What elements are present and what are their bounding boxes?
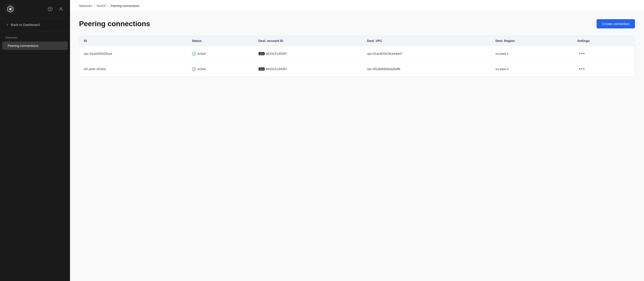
breadcrumb-current: Peering connections [111,4,139,8]
user-button[interactable] [57,5,64,13]
cell-id: vpc-01acb05429cee [79,46,188,61]
aws-logo-icon: aws [258,52,265,55]
sidebar-item-peering-connections[interactable]: Peering connections [2,41,68,50]
cell-settings[interactable]: ••• [573,61,635,77]
table-row: vpc-01acb05429cee Active aws 48151514939… [79,46,635,61]
breadcrumb-hvngf[interactable]: hvnGF [97,4,106,8]
settings-menu-button[interactable]: ••• [577,65,587,72]
breadcrumb: Networks / hvnGF / Peering connections [70,0,644,11]
breadcrumb-sep-2: / [108,4,109,8]
cell-settings[interactable]: ••• [573,46,635,61]
status-label: Active [197,52,206,55]
svg-point-7 [192,52,196,55]
cell-dest-region: us-east-1 [491,46,573,61]
account-id-value: 481515149397 [266,52,287,55]
col-dest-vpc: Dest. VPC [362,36,491,46]
active-status-icon [192,67,196,71]
settings-menu-button[interactable]: ••• [577,50,587,57]
aws-logo-icon: aws [258,67,265,71]
sidebar-icon-group: ? [46,5,64,13]
col-dest-account-id: Dest. account ID [254,36,363,46]
svg-point-6 [60,8,62,9]
cell-dest-account-id: aws 481515149397 [254,61,363,77]
cell-status: Active [188,46,254,61]
sidebar-header: ? [0,0,70,18]
breadcrumb-networks[interactable]: Networks [79,4,92,8]
page-content: Peering connections Create connection ID… [70,11,644,281]
help-button[interactable]: ? [46,5,54,13]
cell-status: Active [188,61,254,77]
status-label: Active [197,67,206,71]
cell-id: GF-peer-cli-test [79,61,188,77]
back-to-dashboard-link[interactable]: Back to Dashboard [0,18,70,31]
table: ID Status Dest. account ID Dest. VPC Des… [79,36,635,76]
table-row: GF-peer-cli-test Active aws 481515149397… [79,61,635,77]
create-connection-button[interactable]: Create connection [596,19,635,28]
cell-dest-account-id: aws 481515149397 [254,46,363,61]
back-to-dashboard-label: Back to Dashboard [11,23,40,27]
page-header: Peering connections Create connection [79,19,635,28]
page-title: Peering connections [79,20,150,28]
svg-text:?: ? [49,7,51,11]
sidebar-item-label: Peering connections [8,44,38,48]
cell-dest-region: us-east-2 [491,61,573,77]
peering-connections-table: ID Status Dest. account ID Dest. VPC Des… [79,36,635,77]
col-dest-region: Dest. Region [491,36,573,46]
sidebar-section-networks: Networks [0,31,70,41]
logo [6,4,15,14]
active-status-icon [192,52,196,56]
svg-point-8 [192,67,196,71]
cell-dest-vpc: vpc-01acb05429cee4a47 [362,46,491,61]
cell-dest-vpc: vpc-0f2afd6808ad2bdf8 [362,61,491,77]
col-status: Status [188,36,254,46]
account-id-value: 481515149397 [266,67,287,71]
breadcrumb-sep-1: / [94,4,95,8]
main-content: Networks / hvnGF / Peering connections P… [70,0,644,281]
sidebar: ? Back to Dashboard Networks Peering con… [0,0,70,281]
col-id: ID [79,36,188,46]
table-header-row: ID Status Dest. account ID Dest. VPC Des… [79,36,635,46]
col-settings: Settings [573,36,635,46]
